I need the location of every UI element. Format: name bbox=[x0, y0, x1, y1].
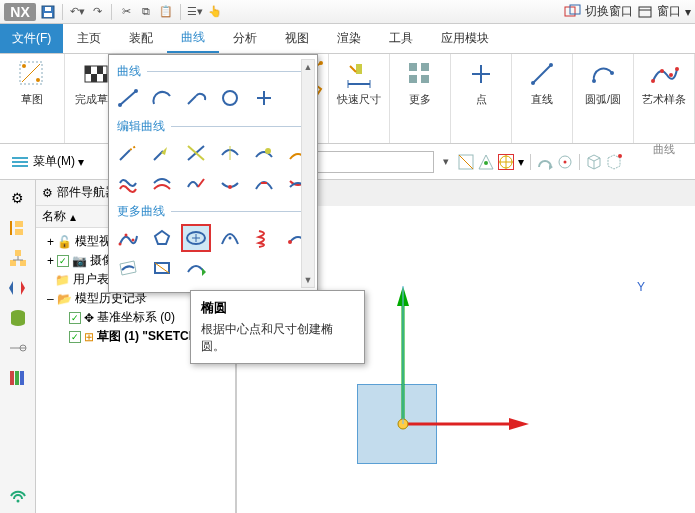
selection-filter-input[interactable] bbox=[314, 151, 434, 173]
tb-ico-2[interactable] bbox=[478, 154, 494, 170]
svg-rect-28 bbox=[409, 75, 417, 83]
rib-group-point: 点 bbox=[451, 54, 512, 143]
more-button[interactable]: 更多 bbox=[394, 58, 446, 107]
rib-group-sketch: 草图 bbox=[0, 54, 65, 143]
arc-tool-icon[interactable] bbox=[147, 84, 177, 112]
tb-ico-1[interactable] bbox=[458, 154, 474, 170]
section-title-curve: 曲线 bbox=[117, 63, 313, 80]
trim-icon[interactable] bbox=[113, 139, 143, 167]
menu-app[interactable]: 应用模块 bbox=[427, 24, 503, 53]
svg-point-35 bbox=[592, 79, 596, 83]
constraint-nav-icon[interactable] bbox=[6, 276, 30, 300]
ellipse-icon[interactable] bbox=[181, 224, 211, 252]
studio-spline-button[interactable]: 艺术样条 bbox=[638, 58, 690, 107]
gear-icon[interactable]: ⚙ bbox=[6, 186, 30, 210]
window-menu-label[interactable]: 窗口 bbox=[657, 3, 681, 20]
menu-dropdown-button[interactable]: 菜单(M) ▾ bbox=[6, 149, 90, 174]
rect-curve-icon[interactable] bbox=[147, 254, 177, 282]
cut-icon[interactable]: ✂ bbox=[118, 4, 134, 20]
tb-ico-4[interactable] bbox=[537, 154, 553, 170]
optimize-icon[interactable] bbox=[181, 254, 211, 282]
switch-window-label[interactable]: 切换窗口 bbox=[585, 3, 633, 20]
filter-toggle-icon[interactable]: ▾ bbox=[438, 154, 454, 170]
svg-rect-71 bbox=[15, 371, 19, 385]
tb-ico-cube2[interactable] bbox=[606, 154, 622, 170]
tree-label: 草图 (1) "SKETCH bbox=[97, 328, 197, 345]
tooltip-body: 根据中心点和尺寸创建椭圆。 bbox=[201, 321, 354, 355]
menu-curve[interactable]: 曲线 bbox=[167, 24, 219, 53]
checkbox-icon[interactable]: ✓ bbox=[57, 255, 69, 267]
surface-curve-icon[interactable] bbox=[113, 254, 143, 282]
copy-icon[interactable]: ⧉ bbox=[138, 4, 154, 20]
touch-icon[interactable]: 👆 bbox=[207, 4, 223, 20]
svg-line-45 bbox=[459, 155, 473, 169]
stretch-icon[interactable] bbox=[215, 139, 245, 167]
smooth5-icon[interactable] bbox=[249, 169, 279, 197]
part-nav-icon[interactable] bbox=[6, 216, 30, 240]
point-icon bbox=[465, 58, 497, 90]
gear-icon[interactable]: ⚙ bbox=[42, 186, 53, 200]
point-button[interactable]: 点 bbox=[455, 58, 507, 107]
tb-ico-cube1[interactable] bbox=[586, 154, 602, 170]
smooth2-icon[interactable] bbox=[147, 169, 177, 197]
rapid-dim-button[interactable]: 快速尺寸 bbox=[333, 58, 385, 107]
conic-icon[interactable] bbox=[215, 224, 245, 252]
divide-icon[interactable] bbox=[181, 139, 211, 167]
circle-tool-icon[interactable] bbox=[215, 84, 245, 112]
db-icon[interactable] bbox=[6, 306, 30, 330]
menu-render[interactable]: 渲染 bbox=[323, 24, 375, 53]
svg-rect-5 bbox=[639, 7, 651, 17]
save-icon[interactable] bbox=[40, 4, 56, 20]
rib-group-dim: 快速尺寸 bbox=[329, 54, 390, 143]
menu-file[interactable]: 文件(F) bbox=[0, 24, 63, 53]
separator bbox=[530, 154, 531, 170]
svg-point-95 bbox=[265, 148, 271, 154]
col-name: 名称 bbox=[42, 208, 66, 225]
undo-icon[interactable]: ↶▾ bbox=[69, 4, 85, 20]
polygon-icon[interactable] bbox=[147, 224, 177, 252]
sketch-button[interactable]: 草图 bbox=[6, 58, 58, 107]
rapid-dim-label: 快速尺寸 bbox=[337, 92, 381, 107]
tooltip-title: 椭圆 bbox=[201, 299, 354, 317]
arc-button[interactable]: 圆弧/圆 bbox=[577, 58, 629, 107]
tb-ico-5[interactable] bbox=[557, 154, 573, 170]
line-button[interactable]: 直线 bbox=[516, 58, 568, 107]
arc-icon bbox=[587, 58, 619, 90]
line-arc-tool-icon[interactable] bbox=[181, 84, 211, 112]
svg-line-110 bbox=[155, 263, 169, 273]
checkbox-icon[interactable]: ✓ bbox=[69, 312, 81, 324]
separator bbox=[62, 4, 63, 20]
wifi-icon[interactable] bbox=[6, 481, 30, 505]
scroll-down-icon[interactable]: ▼ bbox=[302, 273, 314, 287]
extend-icon[interactable] bbox=[147, 139, 177, 167]
paste-icon[interactable]: 📋 bbox=[158, 4, 174, 20]
menu-bar: 文件(F) 主页 装配 曲线 分析 视图 渲染 工具 应用模块 bbox=[0, 24, 695, 54]
menu-tools[interactable]: 工具 bbox=[375, 24, 427, 53]
menu-view[interactable]: 视图 bbox=[271, 24, 323, 53]
window-icon[interactable] bbox=[637, 4, 653, 20]
switch-window-icon[interactable] bbox=[565, 4, 581, 20]
checkbox-icon[interactable]: ✓ bbox=[69, 331, 81, 343]
library-icon[interactable] bbox=[6, 366, 30, 390]
scrollbar[interactable]: ▲ ▼ bbox=[301, 59, 315, 288]
menu-home[interactable]: 主页 bbox=[63, 24, 115, 53]
line-tool-icon[interactable] bbox=[113, 84, 143, 112]
scroll-up-icon[interactable]: ▲ bbox=[302, 60, 314, 74]
svg-point-52 bbox=[564, 160, 567, 163]
tb-ico-3[interactable] bbox=[498, 154, 514, 170]
redo-icon[interactable]: ↷ bbox=[89, 4, 105, 20]
point-tool-icon[interactable] bbox=[249, 84, 279, 112]
chevron-down-icon[interactable]: ▾ bbox=[685, 5, 691, 19]
helix-icon[interactable] bbox=[249, 224, 279, 252]
menu-analysis[interactable]: 分析 bbox=[219, 24, 271, 53]
chevron-down-icon[interactable]: ▾ bbox=[518, 155, 524, 169]
style-icon[interactable]: ☰▾ bbox=[187, 4, 203, 20]
smooth4-icon[interactable] bbox=[215, 169, 245, 197]
spline-icon[interactable] bbox=[113, 224, 143, 252]
smooth-icon[interactable] bbox=[113, 169, 143, 197]
assembly-nav-icon[interactable] bbox=[6, 246, 30, 270]
menu-assembly[interactable]: 装配 bbox=[115, 24, 167, 53]
hd3d-icon[interactable] bbox=[6, 336, 30, 360]
length-icon[interactable] bbox=[249, 139, 279, 167]
smooth3-icon[interactable] bbox=[181, 169, 211, 197]
